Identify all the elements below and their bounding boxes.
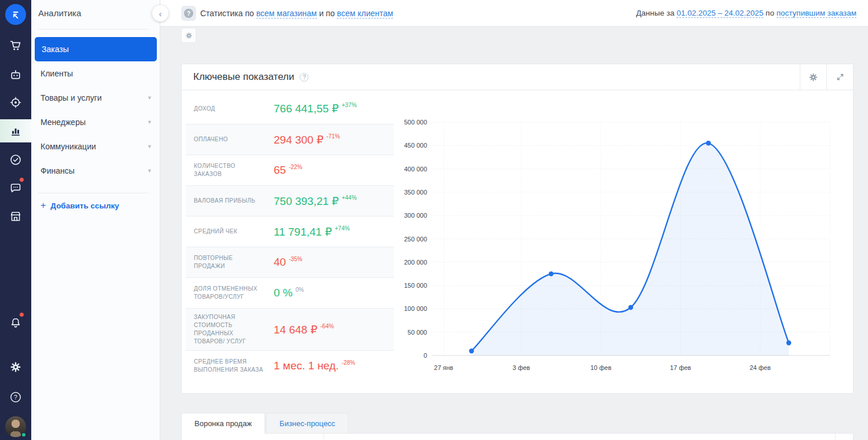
metric-label: СРЕДНИЙ ЧЕК <box>194 228 264 236</box>
metric-value: 1 мес. 1 нед. <box>274 360 339 372</box>
sidebar-item-label: Заказы <box>42 45 69 54</box>
metric-delta: +74% <box>334 225 350 232</box>
chat-notification-badge <box>19 177 24 182</box>
analytics-icon-active[interactable] <box>0 119 31 142</box>
kpi-chart-area: 27 янв3 фев10 фев17 фев24 фев050 000100 … <box>396 115 844 390</box>
tab-business-process[interactable]: Бизнес-процесс <box>266 413 348 434</box>
bell-icon[interactable] <box>0 313 31 333</box>
sidebar-item-label: Клиенты <box>41 69 73 78</box>
sidebar-item-label: Менеджеры <box>41 118 86 127</box>
gear-icon <box>185 31 193 40</box>
divider <box>38 193 149 193</box>
top-bar: ? Статистика по всем магазинам и по всем… <box>160 0 868 27</box>
gear-icon <box>808 72 819 83</box>
all-clients-link[interactable]: всем клиентам <box>337 9 393 19</box>
metric-value: 11 791,41 ₽ <box>274 225 332 239</box>
question-icon: ? <box>184 9 193 18</box>
avatar[interactable] <box>5 416 26 437</box>
sidebar-collapse-button[interactable]: ‹ <box>152 5 168 21</box>
date-range-link[interactable]: 01.02.2025 – 24.02.2025 <box>676 9 763 18</box>
svg-text:?: ? <box>14 394 17 401</box>
data-range-line: Данные за 01.02.2025 – 24.02.2025 по пос… <box>636 9 856 17</box>
metric-row-paid[interactable]: ОПЛАЧЕНО294 300 ₽-71% <box>186 124 394 155</box>
svg-text:250 000: 250 000 <box>404 236 427 243</box>
metric-row-repeat-sales[interactable]: ПОВТОРНЫЕ ПРОДАЖИ40-35% <box>186 247 394 277</box>
online-status-dot <box>21 432 27 438</box>
sidebar-item-orders[interactable]: Заказы <box>35 37 157 61</box>
check-circle-icon[interactable] <box>0 150 31 170</box>
svg-text:150 000: 150 000 <box>404 282 427 289</box>
statistics-scope-line: Статистика по всем магазинам и по всем к… <box>200 9 393 18</box>
metric-value: 65 <box>274 164 286 177</box>
dashboard-settings-button[interactable] <box>181 28 196 43</box>
svg-text:24 фев: 24 фев <box>749 364 770 371</box>
metric-label: ДОЛЯ ОТМЕНЕННЫХ ТОВАРОВ/УСЛУГ <box>194 285 264 301</box>
metric-delta: -71% <box>326 133 340 140</box>
metric-row-purchase-cost[interactable]: ЗАКУПОЧНАЯ СТОИМОСТЬ ПРОДАННЫХ ТОВАРОВ/ … <box>186 308 394 350</box>
target-icon[interactable] <box>0 93 31 112</box>
metric-value: 750 393,21 ₽ <box>274 195 339 208</box>
svg-text:27 янв: 27 янв <box>434 364 453 371</box>
sidebar-menu: ЗаказыКлиентыТовары и услуги▼Менеджеры▼К… <box>31 37 160 183</box>
sidebar-item-finances[interactable]: Финансы▼ <box>31 159 160 183</box>
plus-icon: + <box>41 201 46 210</box>
metric-value: 766 441,55 ₽ <box>274 102 339 115</box>
sidebar-item-label: Товары и услуги <box>41 93 102 102</box>
revenue-line-chart[interactable]: 27 янв3 фев10 фев17 фев24 фев050 000100 … <box>396 115 841 387</box>
sidebar-item-managers[interactable]: Менеджеры▼ <box>31 110 160 134</box>
svg-text:400 000: 400 000 <box>404 166 427 173</box>
metric-label: КОЛИЧЕСТВО ЗАКАЗОВ <box>194 162 264 178</box>
app-logo[interactable] <box>5 4 26 25</box>
all-stores-link[interactable]: всем магазинам <box>256 9 317 19</box>
sidebar-item-label: Финансы <box>41 166 75 175</box>
metric-row-gross-profit[interactable]: ВАЛОВАЯ ПРИБЫЛЬ750 393,21 ₽+44% <box>186 185 394 216</box>
bar-chart-icon <box>9 124 23 138</box>
metric-delta: +44% <box>341 195 356 201</box>
cart-icon[interactable] <box>0 36 31 56</box>
svg-text:300 000: 300 000 <box>404 212 427 219</box>
metric-delta: 0% <box>296 287 304 293</box>
store-icon[interactable] <box>0 207 31 226</box>
panel-divider <box>835 434 836 440</box>
metric-row-orders-count[interactable]: КОЛИЧЕСТВО ЗАКАЗОВ65-22% <box>186 155 394 185</box>
kpi-metrics-list: ДОХОД766 441,55 ₽+37%ОПЛАЧЕНО294 300 ₽-7… <box>186 93 394 381</box>
help-icon[interactable]: ? <box>0 387 31 407</box>
metric-row-revenue[interactable]: ДОХОД766 441,55 ₽+37% <box>186 93 394 124</box>
svg-text:17 фев: 17 фев <box>670 364 691 371</box>
kpi-settings-button[interactable] <box>800 64 826 90</box>
stats-middle: и по <box>317 9 337 18</box>
metric-row-avg-check[interactable]: СРЕДНИЙ ЧЕК11 791,41 ₽+74% <box>186 216 394 247</box>
expand-icon <box>835 72 845 82</box>
range-prefix: Данные за <box>636 9 676 17</box>
gear-icon[interactable] <box>0 357 31 377</box>
add-link-button[interactable]: + Добавить ссылку <box>41 201 119 210</box>
chat-icon[interactable] <box>0 178 31 198</box>
metric-delta: +37% <box>341 102 356 108</box>
sidebar-item-clients[interactable]: Клиенты <box>31 61 160 86</box>
metric-value: 0 % <box>274 287 293 299</box>
sidebar-item-communications[interactable]: Коммуникации▼ <box>31 134 160 159</box>
stats-prefix: Статистика по <box>200 9 256 18</box>
bot-icon[interactable] <box>0 65 31 85</box>
sidebar-item-products-services[interactable]: Товары и услуги▼ <box>31 86 160 110</box>
svg-text:3 фев: 3 фев <box>513 364 530 371</box>
help-chip-button[interactable]: ? <box>181 6 196 21</box>
metric-label: ВАЛОВАЯ ПРИБЫЛЬ <box>194 197 264 205</box>
chevron-down-icon: ▼ <box>147 119 152 125</box>
tab-sales-funnel[interactable]: Воронка продаж <box>181 413 265 434</box>
metric-delta: -64% <box>320 323 333 329</box>
svg-text:100 000: 100 000 <box>404 305 427 312</box>
metric-row-avg-fulfillment-time[interactable]: СРЕДНЕЕ ВРЕМЯ ВЫПОЛНЕНИЯ ЗАКАЗА1 мес. 1 … <box>186 350 394 381</box>
kpi-card: Ключевые показатели ? <box>181 64 854 394</box>
kpi-card-title: Ключевые показатели <box>182 71 294 83</box>
metric-value: 14 648 ₽ <box>274 323 317 336</box>
incoming-orders-link[interactable]: поступившим заказам <box>777 9 856 18</box>
metric-row-cancelled-share[interactable]: ДОЛЯ ОТМЕНЕННЫХ ТОВАРОВ/УСЛУГ0 %0% <box>186 277 394 308</box>
kpi-help-icon[interactable]: ? <box>300 73 308 82</box>
svg-text:0: 0 <box>424 352 427 359</box>
kpi-expand-button[interactable] <box>826 64 853 90</box>
metric-value: 40 <box>274 256 286 269</box>
metric-delta: -28% <box>341 360 355 366</box>
svg-text:50 000: 50 000 <box>407 329 427 336</box>
panel-divider <box>323 434 324 440</box>
